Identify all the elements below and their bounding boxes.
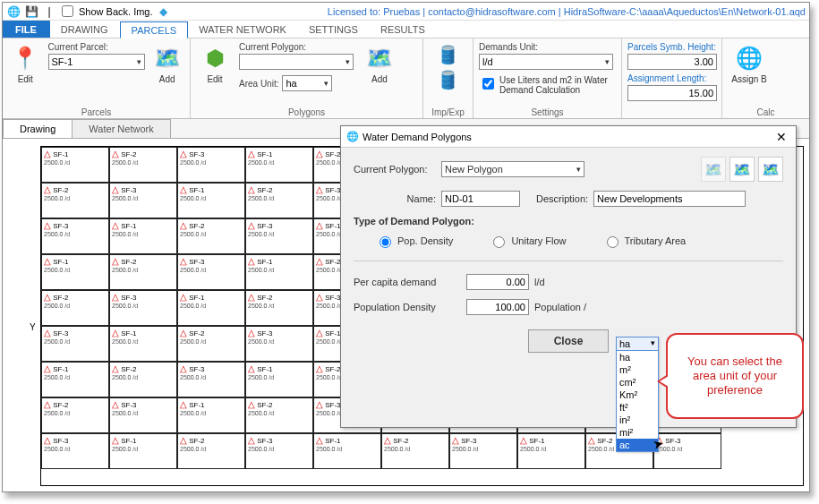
dlg-desc-input[interactable] xyxy=(593,191,746,207)
db-export-icon[interactable]: 🛢️ xyxy=(437,69,459,90)
parcel-cell[interactable]: △ SF-22500.0 /d xyxy=(381,433,449,469)
parcel-cell[interactable]: △ SF-32500.0 /d xyxy=(245,326,313,362)
dlg-radio-density[interactable]: Pop. Density xyxy=(375,234,453,248)
parcel-cell[interactable]: △ SF-22500.0 /d xyxy=(177,218,245,254)
parcel-cell[interactable]: △ SF-22500.0 /d xyxy=(41,183,109,218)
current-parcel-select[interactable]: SF-1 xyxy=(48,54,145,70)
parcel-cell[interactable]: △ SF-12500.0 /d xyxy=(245,147,313,183)
parcel-cell[interactable]: △ SF-22500.0 /d xyxy=(109,254,177,290)
parcel-cell[interactable]: △ SF-12500.0 /d xyxy=(245,362,313,397)
parcel-cell[interactable]: △ SF-32500.0 /d xyxy=(41,433,109,469)
assign-length-label: Assignment Length: xyxy=(627,73,717,83)
parcel-cell[interactable]: △ SF-22500.0 /d xyxy=(41,397,109,433)
db-import-icon[interactable]: 🛢️ xyxy=(437,44,459,65)
parcel-cell[interactable]: △ SF-12500.0 /d xyxy=(245,254,313,290)
tab-settings[interactable]: SETTINGS xyxy=(298,21,370,38)
dropdown-option[interactable]: m² xyxy=(617,363,658,376)
dialog-close-icon[interactable]: ✕ xyxy=(772,130,790,144)
dlg-close-button[interactable]: Close xyxy=(528,329,609,353)
parcel-cell[interactable]: △ SF-22500.0 /d xyxy=(177,326,245,362)
parcel-cell[interactable]: △ SF-22500.0 /d xyxy=(177,433,245,469)
dlg-radio-unitary[interactable]: Unitary Flow xyxy=(489,234,566,248)
dlg-tool-save-icon[interactable]: 🗺️ xyxy=(758,157,783,182)
dlg-radio-tributary[interactable]: Tributary Area xyxy=(602,234,687,248)
demands-unit-select[interactable]: l/d xyxy=(479,54,613,70)
tab-file[interactable]: FILE xyxy=(3,21,50,38)
dropdown-option[interactable]: cm² xyxy=(617,376,658,389)
dropdown-option[interactable]: ft² xyxy=(617,401,658,414)
dlg-percap-input[interactable] xyxy=(466,274,529,290)
parcel-cell[interactable]: △ SF-22500.0 /d xyxy=(245,290,313,326)
area-unit-select[interactable]: ha xyxy=(282,75,332,91)
parcel-cell[interactable]: △ SF-22500.0 /d xyxy=(245,397,313,433)
parcel-cell[interactable]: △ SF-32500.0 /d xyxy=(177,147,245,183)
parcel-cell[interactable]: △ SF-12500.0 /d xyxy=(177,290,245,326)
parcel-cell[interactable]: △ SF-22500.0 /d xyxy=(41,290,109,326)
parcel-cell[interactable]: △ SF-32500.0 /d xyxy=(109,397,177,433)
app-icon: 🌐 xyxy=(6,4,21,19)
area-unit-dropdown[interactable]: ha ham²cm²Km²ft²in²mi²ac xyxy=(616,337,659,452)
parcel-cell[interactable]: △ SF-22500.0 /d xyxy=(109,362,177,397)
parcel-cell[interactable]: △ SF-22500.0 /d xyxy=(245,183,313,218)
dropdown-option[interactable]: Km² xyxy=(617,389,658,401)
parcel-cell[interactable]: △ SF-12500.0 /d xyxy=(109,218,177,254)
tab-water[interactable]: WATER NETWORK xyxy=(188,21,298,38)
parcel-cell[interactable]: △ SF-32500.0 /d xyxy=(245,218,313,254)
layers-icon[interactable]: ◆ xyxy=(157,4,171,19)
tab-drawing[interactable]: DRAWING xyxy=(50,21,120,38)
parcel-cell[interactable]: △ SF-22500.0 /d xyxy=(109,147,177,183)
dlg-type-label: Type of Demand Polygon: xyxy=(354,216,783,226)
hint-callout: You can select the area unit of your pre… xyxy=(666,333,804,419)
edit-polygon-button[interactable]: ⬢ Edit xyxy=(196,40,234,84)
subtab-water[interactable]: Water Network xyxy=(72,119,170,138)
assign-length-input[interactable] xyxy=(627,85,717,101)
show-back-checkbox[interactable] xyxy=(62,5,73,17)
area-unit-label: Area Unit: xyxy=(239,79,278,89)
parcel-cell[interactable]: △ SF-12500.0 /d xyxy=(109,433,177,469)
dlg-tool-add-icon[interactable]: 🗺️ xyxy=(729,157,755,182)
symb-height-input[interactable] xyxy=(627,54,717,70)
group-settings: Settings xyxy=(479,107,616,118)
assign-button[interactable]: 🌐 Assign B xyxy=(728,40,771,84)
parcel-cell[interactable]: △ SF-12500.0 /d xyxy=(41,147,109,183)
globe-icon: 🌐 xyxy=(734,42,764,74)
parcel-cell[interactable]: △ SF-32500.0 /d xyxy=(109,183,177,218)
parcel-cell[interactable]: △ SF-32500.0 /d xyxy=(41,326,109,362)
parcel-cell[interactable]: △ SF-32500.0 /d xyxy=(109,290,177,326)
parcel-cell[interactable]: △ SF-32500.0 /d xyxy=(177,254,245,290)
tab-parcels[interactable]: PARCELS xyxy=(120,21,189,38)
dropdown-header[interactable]: ha xyxy=(617,337,658,351)
parcel-cell[interactable]: △ SF-32500.0 /d xyxy=(245,433,313,469)
dlg-current-polygon-select[interactable]: New Polygon xyxy=(441,161,584,177)
parcel-cell[interactable]: △ SF-32500.0 /d xyxy=(41,218,109,254)
save-icon[interactable]: 💾 xyxy=(24,4,38,19)
dlg-name-input[interactable] xyxy=(441,191,520,207)
dropdown-option[interactable]: ha xyxy=(617,351,658,363)
dropdown-option[interactable]: mi² xyxy=(617,426,658,439)
parcel-cell[interactable]: △ SF-12500.0 /d xyxy=(177,397,245,433)
parcel-cell[interactable]: △ SF-12500.0 /d xyxy=(313,433,381,469)
use-liters-checkbox[interactable] xyxy=(482,78,494,90)
dialog-app-icon: 🌐 xyxy=(346,131,359,142)
parcel-cell[interactable]: △ SF-32500.0 /d xyxy=(449,433,517,469)
license-text: Licensed to: Pruebas | contacto@hidrasof… xyxy=(328,6,806,17)
parcel-cell[interactable]: △ SF-12500.0 /d xyxy=(109,326,177,362)
parcel-cell[interactable]: △ SF-12500.0 /d xyxy=(177,183,245,218)
parcel-cell[interactable]: △ SF-32500.0 /d xyxy=(177,362,245,397)
add-polygon-button[interactable]: 🗺️ Add xyxy=(361,40,398,84)
dlg-density-input[interactable] xyxy=(466,299,529,315)
polygon-edit-icon: ⬢ xyxy=(200,42,230,74)
parcel-cell[interactable]: △ SF-12500.0 /d xyxy=(41,362,109,397)
dropdown-option[interactable]: in² xyxy=(617,414,658,426)
parcel-cell[interactable]: △ SF-12500.0 /d xyxy=(517,433,585,469)
edit-parcel-button[interactable]: 📍 Edit xyxy=(8,40,43,84)
add-parcel-button[interactable]: 🗺️ Add xyxy=(150,40,185,84)
subtab-drawing[interactable]: Drawing xyxy=(3,119,73,138)
tab-results[interactable]: RESULTS xyxy=(370,21,437,38)
current-polygon-select[interactable] xyxy=(239,54,354,70)
parcel-cell[interactable]: △ SF-12500.0 /d xyxy=(41,254,109,290)
dlg-tool-delete-icon[interactable]: 🗺️ xyxy=(701,157,726,182)
pin-icon: 📍 xyxy=(10,42,40,74)
symb-height-label: Parcels Symb. Height: xyxy=(627,42,717,52)
parcel-cell[interactable]: △ SF-32500.0 /d xyxy=(653,433,721,469)
